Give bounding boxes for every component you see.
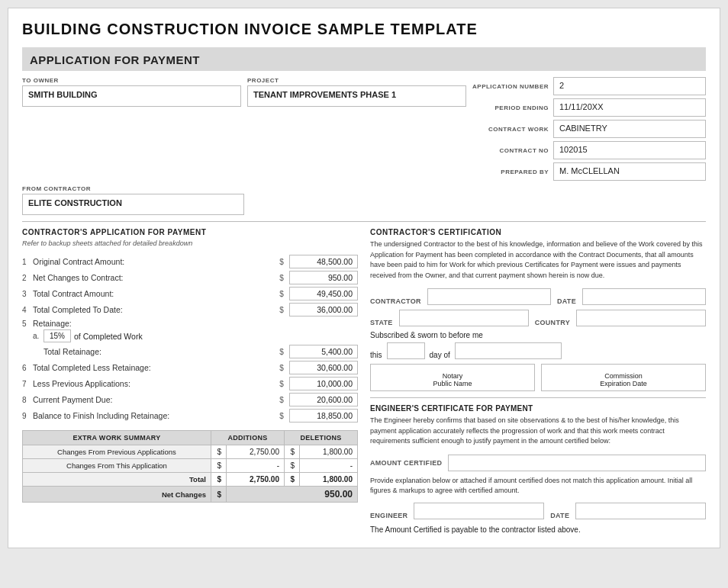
line-amount-4: 36,000.00 (289, 303, 358, 316)
commission-label[interactable]: CommissionExpiration Date (541, 364, 706, 391)
extra-work-title: EXTRA WORK SUMMARY (23, 431, 211, 445)
line-amount-7: 10,000.00 (289, 377, 358, 390)
contract-no-label: CONTRACT NO (499, 147, 549, 154)
from-contractor-section: FROM CONTRACTOR ELITE CONSTRUCTION (22, 185, 250, 215)
line-dollar-8: $ (274, 396, 289, 404)
contractor-field-box[interactable] (427, 288, 551, 305)
line-num-4: 4 (22, 306, 33, 314)
notary-label[interactable]: NotaryPublic Name (370, 364, 535, 391)
notary-row: NotaryPublic Name CommissionExpiration D… (370, 364, 706, 391)
period-ending-label: PERIOD ENDING (494, 104, 549, 111)
line-desc-6: Total Completed Less Retainage: (33, 363, 274, 372)
extra-work-row1-del-amount: 1,800.00 (299, 445, 357, 459)
line-desc-1: Original Contract Amount: (33, 257, 274, 266)
sworn-day-box[interactable] (387, 342, 425, 359)
retainage-total-row: Total Retainage: $ 5,400.00 (22, 345, 358, 358)
line-items-6-9: 6 Total Completed Less Retainage: $ 30,6… (22, 361, 358, 423)
retainage-total-label: Total Retainage: (33, 347, 274, 356)
line-num-2: 2 (22, 274, 33, 282)
line-num-6: 6 (22, 364, 33, 372)
line-item-3: 3 Total Contract Amount: $ 49,450.00 (22, 287, 358, 300)
state-box[interactable] (399, 310, 529, 326)
notary-public-box: NotaryPublic Name (370, 364, 535, 391)
extra-work-additions-header: ADDITIONS (211, 431, 284, 445)
extra-work-net-label: Net Changes (23, 487, 211, 503)
line-num-5: 5 (22, 320, 33, 328)
extra-work-total-del-dollar: $ (284, 473, 299, 487)
country-box[interactable] (576, 310, 706, 326)
sworn-month-box[interactable] (455, 342, 562, 359)
line-item-2: 2 Net Changes to Contract: $ 950.00 (22, 271, 358, 284)
cert-date-box[interactable] (582, 288, 706, 305)
extra-work-table: EXTRA WORK SUMMARY ADDITIONS DELETIONS C… (22, 430, 358, 503)
contract-work-row: CONTRACT WORK CABINETRY (472, 120, 706, 138)
extra-work-row2-add-dollar: $ (211, 459, 226, 473)
main-content: CONTRACTOR'S APPLICATION FOR PAYMENT Ref… (22, 228, 706, 534)
line-amount-2: 950.00 (289, 271, 358, 284)
extra-work-row2-add-amount: - (226, 459, 284, 473)
line-item-7: 7 Less Previous Applications: $ 10,000.0… (22, 377, 358, 390)
period-ending-row: PERIOD ENDING 11/11/20XX (472, 98, 706, 117)
to-owner-section: TO OWNER SMITH BUILDING (22, 77, 247, 181)
line-amount-9: 18,850.00 (289, 409, 358, 423)
contractor-cert-text: The undersigned Contractor to the best o… (370, 239, 706, 281)
line-dollar-2: $ (274, 274, 289, 282)
contractor-app-subtitle: Refer to backup sheets attached for deta… (22, 239, 358, 247)
extra-work-net-dollar: $ (211, 487, 226, 503)
left-column: CONTRACTOR'S APPLICATION FOR PAYMENT Ref… (22, 228, 358, 534)
project-label: PROJECT (247, 77, 466, 84)
extra-work-total-label: Total (23, 473, 211, 487)
extra-work-total-add-dollar: $ (211, 473, 226, 487)
extra-work-row-1: Changes From Previous Applications $ 2,7… (23, 445, 358, 459)
line-dollar-3: $ (274, 290, 289, 298)
engineer-date-row: ENGINEER DATE (370, 503, 706, 519)
project-value: TENANT IMPROVEMENTS PHASE 1 (247, 85, 466, 107)
contract-work-value: CABINETRY (553, 120, 706, 138)
line-dollar-4: $ (274, 306, 289, 314)
extra-work-row2-del-dollar: $ (284, 459, 299, 473)
contract-no-row: CONTRACT NO 102015 (472, 141, 706, 159)
amount-certified-row: AMOUNT CERTIFIED (370, 455, 706, 471)
line-num-8: 8 (22, 396, 33, 404)
line-desc-2: Net Changes to Contract: (33, 273, 274, 282)
line-desc-5: Retainage: (33, 319, 358, 328)
line-item-8: 8 Current Payment Due: $ 20,600.00 (22, 393, 358, 406)
line-item-1: 1 Original Contract Amount: $ 48,500.00 (22, 255, 358, 268)
line-num-9: 9 (22, 412, 33, 420)
line-amount-1: 48,500.00 (289, 255, 358, 268)
retainage-total-amount: 5,400.00 (289, 345, 358, 358)
app-number-value: 2 (553, 77, 706, 95)
to-owner-value: SMITH BUILDING (22, 85, 241, 107)
app-header: APPLICATION FOR PAYMENT (22, 47, 706, 71)
country-label: Country (535, 319, 570, 326)
extra-work-row1-add-dollar: $ (211, 445, 226, 459)
line-dollar-6: $ (274, 364, 289, 372)
amount-certified-label: AMOUNT CERTIFIED (370, 459, 442, 467)
engineer-cert-text: The Engineer hereby confirms that based … (370, 416, 706, 447)
extra-work-total-add-amount: 2,750.00 (226, 473, 284, 487)
line-item-5-header: 5 Retainage: (22, 319, 358, 328)
prepared-by-label: PREPARED BY (501, 169, 549, 175)
line-num-1: 1 (22, 258, 33, 266)
contractor-app-title: CONTRACTOR'S APPLICATION FOR PAYMENT (22, 228, 358, 236)
amount-certified-box[interactable] (448, 455, 706, 471)
state-label: State (370, 319, 393, 326)
retainage-pct-row: a. 15% of Completed Work (22, 329, 358, 342)
line-desc-8: Current Payment Due: (33, 395, 274, 404)
sworn-row: this day of (370, 342, 706, 359)
project-section: PROJECT TENANT IMPROVEMENTS PHASE 1 (247, 77, 472, 181)
extra-work-total-row: Total $ 2,750.00 $ 1,800.00 (23, 473, 358, 487)
app-header-title: APPLICATION FOR PAYMENT (30, 53, 698, 66)
contractor-field-label: CONTRACTOR (370, 297, 421, 305)
period-ending-value: 11/11/20XX (553, 98, 706, 117)
engineer-date-box[interactable] (575, 503, 706, 519)
engineer-explain-text: Provide explanation below or attached if… (370, 476, 706, 496)
contract-work-label: CONTRACT WORK (488, 126, 549, 133)
retainage-total-dollar: $ (274, 348, 289, 356)
payable-text: The Amount Certified is payable to the c… (370, 525, 706, 534)
engineer-field-box[interactable] (414, 503, 544, 519)
engineer-date-label: DATE (550, 512, 569, 519)
state-country-row: State Country (370, 310, 706, 326)
retainage-sublabel: of Completed Work (74, 332, 143, 341)
line-desc-3: Total Contract Amount: (33, 289, 274, 298)
